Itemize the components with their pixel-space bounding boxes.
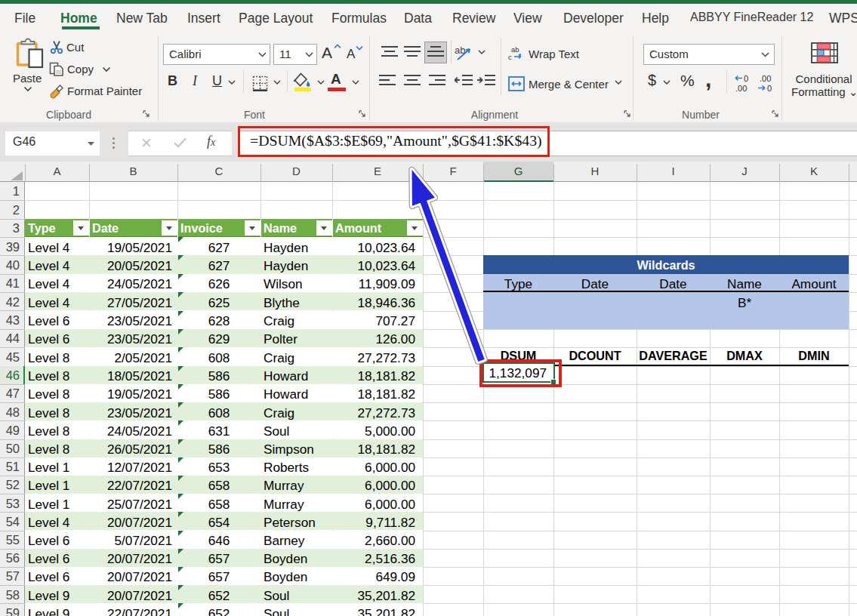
svg-text:0: 0 — [744, 74, 748, 83]
svg-text:c: c — [508, 53, 512, 61]
svg-text:.00: .00 — [735, 84, 747, 93]
svg-text:.00: .00 — [760, 74, 771, 83]
svg-text:ab: ab — [511, 45, 519, 54]
svg-text:0: 0 — [767, 84, 772, 93]
